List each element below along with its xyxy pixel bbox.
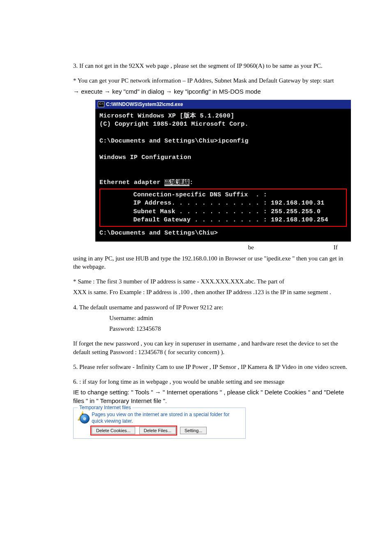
console-line: Windows IP Configuration [99,154,191,161]
console-line: Ethernet adapter [99,179,164,186]
paragraph-6b: IE to change setting: " Tools " → " Inte… [73,388,351,405]
tempfiles-legend: Temporary Internet files [78,404,132,411]
paragraph-creds-pass: Password: 12345678 [73,325,351,333]
console-line: Microsoft Windows XP [版本 5.1.2600] [99,113,234,120]
paragraph-netinfo-2: → execute → key "cmd" in dialog → key "i… [73,88,351,96]
paragraph-netinfo-1: * You can get your PC network informatio… [73,76,351,85]
tempfiles-description: Pages you view on the internet are store… [92,411,242,424]
delete-cookies-button[interactable]: Delete Cookies... [92,427,135,434]
warning-globe-icon: ! [77,411,89,424]
be-if-fragment: be If [73,243,351,251]
console-line: : [189,179,193,186]
console-line: (C) Copyright 1985-2001 Microsoft Corp. [99,121,249,128]
paragraph-creds-a: 4. The default username and password of … [73,303,351,311]
paragraph-infinitycam: 5. Please refer software - Infinity Cam … [73,363,351,371]
console-title-text: C:\WINDOWS\System32\cmd.exe [106,101,183,108]
console-line: Subnet Mask . . . . . . . . . . . : 255.… [103,208,321,215]
paragraph-6a: 6. : if stay for long time as in webpage… [73,378,351,386]
setting-button[interactable]: Setting... [180,427,207,434]
paragraph-3: 3. If can not get in the 92XX web page ,… [73,62,351,70]
console-window: C:\ C:\WINDOWS\System32\cmd.exe Microsof… [95,100,351,242]
console-line: Connection-specific DNS Suffix . : [103,191,267,198]
console-line: C:\Documents and Settings\Chiu>ipconfig [99,138,249,145]
console-line: IP Address. . . . . . . . . . . . : 192.… [103,200,324,207]
console-line: C:\Documents and Settings\Chiu> [99,230,218,237]
delete-files-button[interactable]: Delete Files... [139,427,176,434]
console-redbox: Connection-specific DNS Suffix . : IP Ad… [99,189,347,227]
paragraph-usinghub: using in any PC, just use HUB and type t… [73,254,351,271]
paragraph-creds-user: Username: admin [73,314,351,322]
paragraph-same-b: XXX is same. Fro Example : IP address is… [73,288,351,296]
console-line: Default Gateway . . . . . . . . . : 192.… [103,216,328,223]
paragraph-forgetpw: If forget the new password , you can key… [73,339,351,356]
console-highlight: 區域連線 [164,179,189,186]
cmd-icon: C:\ [98,101,104,107]
temporary-internet-files-panel: Temporary Internet files ! Pages you vie… [73,408,246,439]
paragraph-same-a: * Same : The first 3 number of IP addres… [73,277,351,286]
console-body: Microsoft Windows XP [版本 5.1.2600] (C) C… [95,109,351,242]
console-titlebar: C:\ C:\WINDOWS\System32\cmd.exe [95,100,351,109]
